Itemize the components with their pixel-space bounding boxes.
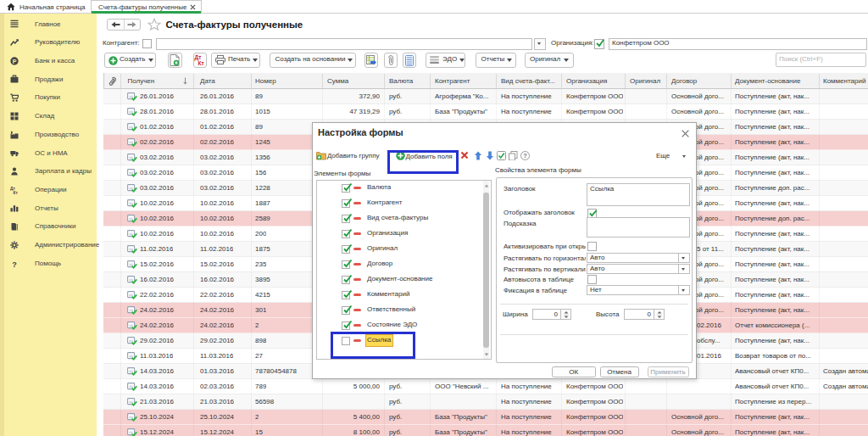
svg-text:Кт: Кт xyxy=(13,190,18,193)
svg-text:?: ? xyxy=(523,152,527,159)
svg-text:Дт: Дт xyxy=(10,186,15,190)
svg-text:?: ? xyxy=(12,260,17,268)
svg-text:Р: Р xyxy=(12,58,16,64)
